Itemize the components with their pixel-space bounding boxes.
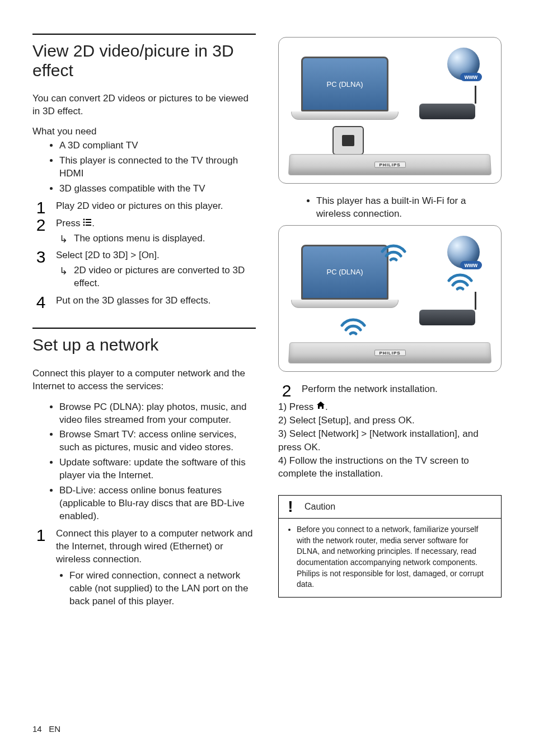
svg-rect-5 xyxy=(86,225,91,226)
home-icon xyxy=(316,400,325,414)
svg-point-0 xyxy=(83,218,85,220)
substep-4: 4) Follow the instructions on the TV scr… xyxy=(278,454,502,481)
step-3: Select [2D to 3D] > [On]. 2D video or pi… xyxy=(32,249,256,290)
network-steps-right: Perform the network installation. xyxy=(278,383,502,396)
right-column: www PC (DLNA) PHILIPS This player has a … xyxy=(278,34,502,613)
svg-point-4 xyxy=(83,224,85,226)
section-heading-network: Set up a network xyxy=(32,328,256,355)
network-step-2: Perform the network installation. xyxy=(278,383,502,396)
step-2-result: The options menu is displayed. xyxy=(56,232,256,245)
step-1: Play 2D video or pictures on this player… xyxy=(32,200,256,213)
need-item: A 3D compliant TV xyxy=(59,139,256,152)
step-4: Put on the 3D glasses for 3D effects. xyxy=(32,295,256,307)
needs-list: A 3D compliant TV This player is connect… xyxy=(32,139,256,195)
need-item: 3D glasses compatible with the TV xyxy=(59,183,256,195)
wifi-icon xyxy=(446,269,474,294)
globe-icon: www xyxy=(430,48,480,87)
caution-icon: ! xyxy=(284,499,297,515)
svg-rect-1 xyxy=(86,219,91,220)
network-step-1-sub: For wired connection, connect a network … xyxy=(69,570,256,608)
network-substeps: 1) Press . 2) Select [Setup], and press … xyxy=(278,400,502,480)
service-item: BD-Live: access online bonus features (a… xyxy=(59,484,256,523)
wifi-icon xyxy=(380,240,407,265)
substep-3: 3) Select [Network] > [Network installat… xyxy=(278,427,502,454)
caution-text: Before you connect to a network, familia… xyxy=(297,524,493,590)
router-icon xyxy=(419,104,480,119)
service-item: Update software: update the software of … xyxy=(59,456,256,482)
service-item: Browse PC (DLNA): play photos, music, an… xyxy=(59,401,256,427)
service-item: Browse Smart TV: access online services,… xyxy=(59,428,256,454)
substep-1: 1) Press . xyxy=(278,400,502,414)
player-icon: PHILIPS xyxy=(288,342,491,363)
left-column: View 2D video/picure in 3D effect You ca… xyxy=(32,34,256,613)
wifi-note: This player has a built-in Wi-Fi for a w… xyxy=(316,195,502,221)
what-you-need-label: What you need xyxy=(32,126,256,137)
wifi-icon xyxy=(339,314,367,339)
intro-text: You can convert 2D videos or pictures to… xyxy=(32,92,256,118)
player-icon: PHILIPS xyxy=(288,154,491,175)
router-icon xyxy=(419,310,480,325)
caution-box: ! Caution Before you connect to a networ… xyxy=(278,495,502,598)
caution-label: Caution xyxy=(305,502,335,512)
menu-icon xyxy=(83,217,92,230)
wifi-note-list: This player has a built-in Wi-Fi for a w… xyxy=(278,195,502,221)
step-3-result: 2D video or pictures are converted to 3D… xyxy=(56,264,256,290)
steps-2d3d: Play 2D video or pictures on this player… xyxy=(32,200,256,308)
svg-point-2 xyxy=(83,221,85,223)
ethernet-port-icon xyxy=(332,126,364,155)
network-steps-left: Connect this player to a computer networ… xyxy=(32,528,256,608)
step-2: Press . The options menu is displayed. xyxy=(32,217,256,245)
section-heading-2d3d: View 2D video/picure in 3D effect xyxy=(32,34,256,80)
network-intro: Connect this player to a computer networ… xyxy=(32,367,256,393)
svg-rect-3 xyxy=(86,222,91,223)
figure-wired-network: www PC (DLNA) PHILIPS xyxy=(278,37,502,184)
substep-2: 2) Select [Setup], and press OK. xyxy=(278,414,502,427)
laptop-icon: PC (DLNA) xyxy=(289,57,401,120)
network-step-1: Connect this player to a computer networ… xyxy=(32,528,256,608)
need-item: This player is connected to the TV throu… xyxy=(59,155,256,180)
page-footer: 14 EN xyxy=(32,724,60,734)
network-services-list: Browse PC (DLNA): play photos, music, an… xyxy=(32,401,256,523)
figure-wireless-network: www PC (DLNA) PHILIPS xyxy=(278,225,502,372)
